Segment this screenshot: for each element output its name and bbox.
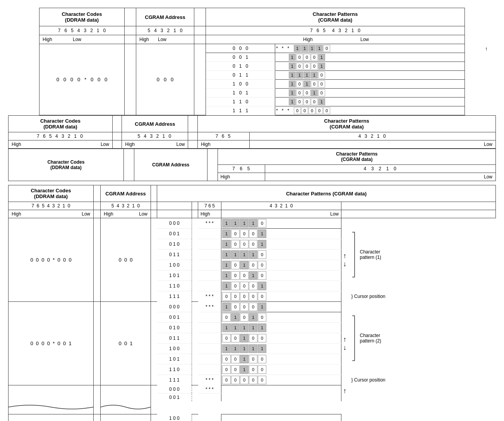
sub-1-5: 1 0 1	[157, 270, 192, 281]
pc: 0	[296, 54, 303, 61]
star-2-6	[198, 365, 221, 375]
pc: 0	[258, 376, 266, 384]
pc: 1	[258, 323, 266, 332]
pc: 1	[249, 344, 257, 353]
pc: 1	[249, 313, 257, 322]
pc: 0	[323, 107, 330, 114]
pc: 1	[240, 250, 249, 259]
pc: 1	[240, 365, 249, 374]
star-4-100	[198, 414, 221, 421]
pc: 1	[296, 72, 303, 79]
label-empty-3	[348, 385, 496, 401]
pat-4-100	[221, 414, 341, 421]
pc: 0	[301, 107, 308, 114]
code-4: 0 0 0 0 * 1 1 1	[9, 414, 94, 421]
cgram-subrow-1: 0 0 1	[206, 53, 275, 62]
sub-2-5: 1 0 1	[157, 354, 192, 365]
pc: 0	[258, 334, 266, 342]
sub-2-1: 0 0 1	[157, 312, 192, 323]
header-cgram: CGRAM Address	[101, 185, 151, 202]
pc: 0	[311, 63, 318, 70]
code-row1: 0 0 0 0 * 0 0 0	[39, 44, 125, 115]
pc: 0	[249, 376, 257, 384]
pc: 0	[311, 54, 318, 61]
pc: 0	[249, 240, 257, 248]
star-1-7: * * *	[198, 291, 221, 302]
pc: 1	[258, 303, 266, 311]
bits-cgram: 5 4 3 2 1 0	[122, 132, 188, 140]
pc: 0	[240, 282, 249, 290]
star-2-4	[198, 344, 221, 354]
sub-1-7: 1 1 1	[157, 291, 192, 302]
star-1-2	[198, 239, 221, 250]
pc: 1	[311, 89, 318, 96]
pc: 0	[249, 303, 257, 311]
pattern-row1-4: * * * 1 0 1 0 0	[275, 80, 465, 89]
pc: 0	[258, 261, 266, 269]
pattern-hl-high: High	[198, 210, 221, 218]
pat-2-6: 0 0 1 0 0	[221, 365, 341, 375]
arrow-section3-top: ↑	[341, 385, 348, 401]
pc: 0	[222, 355, 231, 363]
spacer-cgram-row1	[194, 44, 206, 115]
pc: 0	[303, 54, 310, 61]
h-pat: Character Patterns(CGRAM data)	[218, 149, 496, 165]
star-1-0: * * *	[198, 218, 221, 229]
pc: 1	[289, 98, 296, 105]
cgram-bits-row: 5 4 3 2 1 0	[101, 202, 151, 210]
cgram-subrow-5: 1 0 1	[206, 89, 275, 98]
pc: 1	[222, 271, 231, 280]
code-3-top	[9, 385, 94, 401]
pc: 1	[222, 219, 231, 228]
pc: 1	[231, 250, 240, 259]
sub-1-0: 0 0 0	[157, 218, 192, 229]
hl-pat-h: High	[218, 173, 265, 181]
patterns-header: Character Patterns(CGRAM data)	[206, 8, 465, 26]
spacer-bits-1	[125, 26, 136, 35]
pc: 0	[258, 219, 266, 228]
cgram-3-top	[101, 385, 151, 401]
pc: 0	[303, 89, 310, 96]
pc: 1	[231, 344, 240, 353]
hl-codes: HighLow	[9, 140, 113, 149]
cgram-subrow-7: 1 1 1	[206, 106, 275, 115]
cgram-subrow-6: 1 1 0	[206, 98, 275, 106]
pc: 0	[231, 334, 240, 342]
pc: 1	[222, 282, 231, 290]
pc: 0	[296, 80, 303, 87]
sub-2-6: 1 1 0	[157, 365, 192, 375]
cgram-subrow-4: 1 0 0	[206, 80, 275, 89]
pc: 1	[222, 240, 231, 248]
wavy-codes	[9, 401, 94, 414]
pc: 1	[231, 219, 240, 228]
star-1-6	[198, 281, 221, 291]
pc: 0	[240, 229, 249, 238]
pc: 0	[231, 355, 240, 363]
pc: 0	[296, 98, 303, 105]
pat-2-5: 0 0 1 0 0	[221, 354, 341, 365]
pc: 0	[231, 376, 240, 384]
pc: 1	[289, 80, 296, 87]
pc: 1	[240, 261, 249, 269]
pat-2-7: 0 0 0 0 0	[221, 375, 341, 385]
cgram-1: 0 0 0	[101, 218, 151, 302]
header-patterns: Character Patterns(CGRAM data)	[197, 116, 495, 132]
pc: 0	[249, 229, 257, 238]
pc: 0	[231, 303, 240, 311]
pc: 1	[311, 72, 318, 79]
pc: 1	[301, 45, 308, 52]
sub-2-3: 0 1 1	[157, 333, 192, 344]
pc: 0	[311, 80, 318, 87]
bits-pat-low: 4 3 2 1 0	[265, 165, 496, 173]
hl-cgram: HighLow	[122, 140, 188, 149]
label-char-pattern-1: Characterpattern (1)	[348, 218, 496, 291]
pc: 1	[240, 334, 249, 342]
pc: 1	[309, 45, 315, 52]
hl-pattern-high: High	[197, 140, 249, 149]
codes-header: Character Codes(DDRAM data)	[39, 8, 125, 26]
cgram-2: 0 0 1	[101, 302, 151, 385]
pc: 0	[222, 376, 231, 384]
pc: 0	[249, 365, 257, 374]
pc: 0	[258, 365, 266, 374]
sub-3-0: 0 0 0	[157, 385, 192, 394]
